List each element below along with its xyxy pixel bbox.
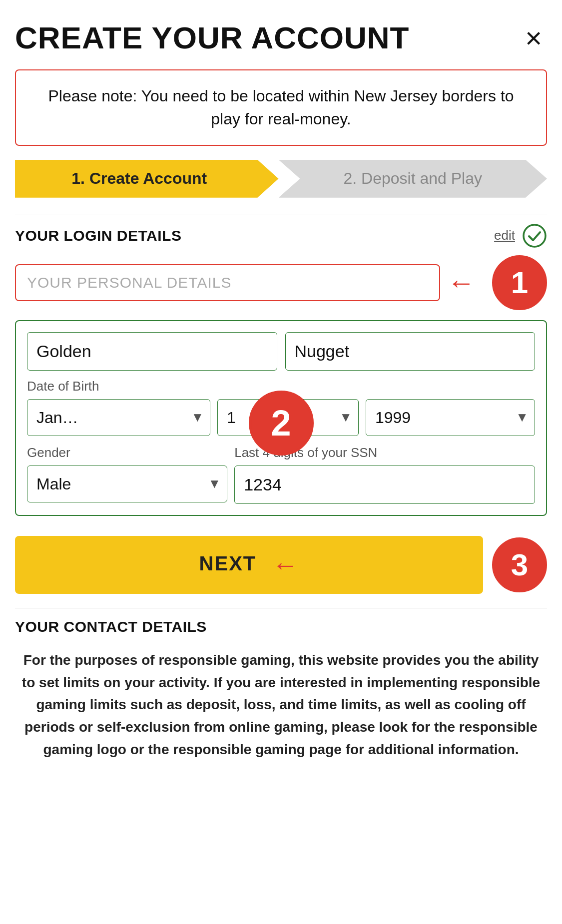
responsible-gaming-text: For the purposes of responsible gaming, … (15, 649, 547, 761)
annotation-arrow-1: ← (447, 269, 475, 297)
gender-ssn-labels: Gender Last 4 digits of your SSN (27, 445, 535, 461)
month-select[interactable]: Jan… (27, 400, 210, 436)
year-wrapper: 1999 ▼ (366, 399, 535, 436)
notice-text: Please note: You need to be located with… (48, 87, 514, 128)
gender-wrapper: Male Female Other ▼ (27, 465, 227, 504)
next-arrow-icon: ← (272, 550, 299, 579)
login-header-right: edit (494, 223, 547, 248)
next-row: NEXT ← 3 (15, 536, 547, 594)
header: CREATE YOUR ACCOUNT × (15, 20, 547, 55)
ssn-wrapper (234, 465, 535, 504)
next-label: NEXT (199, 552, 257, 574)
page-container: CREATE YOUR ACCOUNT × Please note: You n… (0, 0, 562, 924)
name-row (27, 332, 535, 371)
step-2-label: 2. Deposit and Play (344, 169, 483, 188)
ssn-label: Last 4 digits of your SSN (234, 445, 535, 461)
step-bar: 1. Create Account 2. Deposit and Play (15, 160, 547, 198)
svg-point-0 (524, 225, 546, 247)
annotation-3-label: 3 (511, 547, 528, 582)
dob-label: Date of Birth (27, 379, 535, 394)
divider-2 (15, 608, 547, 608)
edit-link[interactable]: edit (494, 228, 515, 243)
day-wrapper: 1 ▼ (217, 399, 359, 436)
dob-row: Jan… ▼ 1 ▼ 1999 ▼ (27, 399, 535, 436)
day-select[interactable]: 1 (218, 400, 358, 436)
first-name-input[interactable] (27, 332, 277, 371)
step-2[interactable]: 2. Deposit and Play (279, 160, 548, 198)
year-select[interactable]: 1999 (366, 400, 535, 436)
notice-box: Please note: You need to be located with… (15, 69, 547, 146)
annotation-1-circle: 1 (492, 255, 547, 310)
annotation-1-label: 1 (511, 265, 528, 300)
personal-details-label: YOUR PERSONAL DETAILS (27, 274, 231, 291)
gender-label: Gender (27, 445, 227, 461)
login-section-header: YOUR LOGIN DETAILS edit (15, 223, 547, 248)
step-1[interactable]: 1. Create Account (15, 160, 279, 198)
contact-section-title: YOUR CONTACT DETAILS (15, 618, 547, 635)
step-1-label: 1. Create Account (71, 169, 207, 188)
gender-select-wrapper: Male Female Other ▼ (27, 465, 227, 502)
check-icon (522, 223, 547, 248)
last-name-input[interactable] (285, 332, 536, 371)
gender-select[interactable]: Male Female Other (27, 466, 227, 502)
divider-1 (15, 214, 547, 214)
personal-details-row: YOUR PERSONAL DETAILS ← 1 (15, 255, 547, 310)
annotation-3-circle: 3 (492, 537, 547, 592)
close-button[interactable]: × (520, 23, 547, 52)
next-button[interactable]: NEXT ← (15, 536, 483, 594)
login-section-title: YOUR LOGIN DETAILS (15, 227, 181, 244)
form-section: Date of Birth Jan… ▼ 1 ▼ 1999 (15, 320, 547, 516)
form-section-wrapper: Date of Birth Jan… ▼ 1 ▼ 1999 (15, 320, 547, 526)
personal-details-box: YOUR PERSONAL DETAILS (15, 264, 440, 301)
month-wrapper: Jan… ▼ (27, 399, 210, 436)
ssn-input[interactable] (234, 465, 535, 504)
page-title: CREATE YOUR ACCOUNT (15, 20, 409, 55)
gender-ssn-row: Male Female Other ▼ (27, 465, 535, 504)
